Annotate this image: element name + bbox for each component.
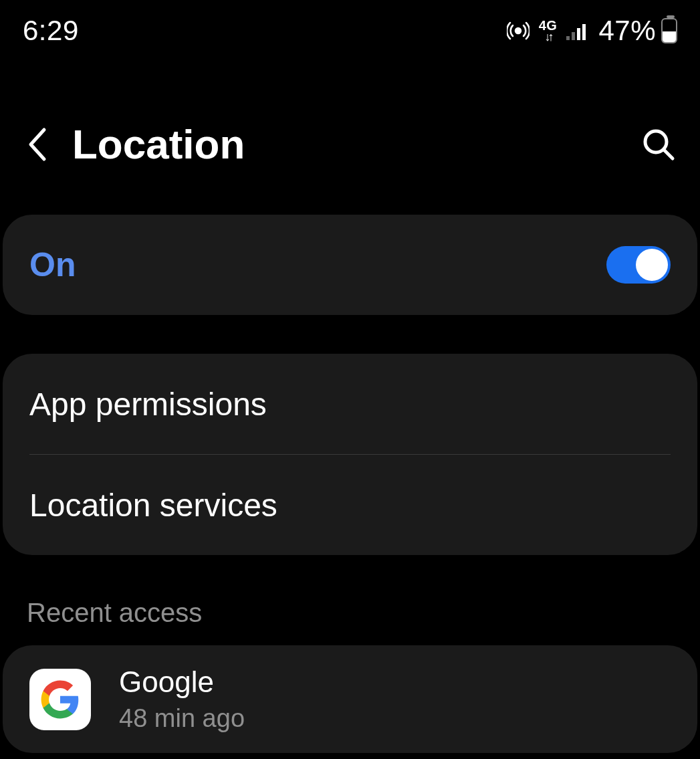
page-header: Location [0, 47, 700, 215]
location-master-toggle-row[interactable]: On [3, 215, 697, 315]
recent-access-heading: Recent access [0, 555, 700, 645]
svg-line-6 [664, 150, 673, 158]
recent-app-name: Google [119, 665, 245, 699]
search-button[interactable] [641, 127, 676, 162]
battery-indicator: 47% [598, 15, 677, 47]
page-title: Location [72, 120, 618, 168]
svg-rect-1 [566, 36, 570, 40]
status-right-cluster: 4G ↓↑ 47% [507, 15, 677, 47]
signal-bars-icon [566, 21, 589, 40]
recent-access-list: Google 48 min ago [3, 645, 697, 753]
list-item-location-services[interactable]: Location services [3, 455, 697, 555]
location-toggle-label: On [29, 245, 606, 284]
svg-rect-3 [577, 28, 580, 40]
location-settings-list: App permissions Location services [3, 354, 697, 555]
svg-rect-4 [582, 24, 586, 40]
chevron-left-icon [24, 126, 49, 163]
recent-app-text: Google 48 min ago [119, 665, 245, 733]
google-app-icon [29, 669, 91, 730]
status-time: 6:29 [23, 15, 79, 47]
toggle-knob [636, 249, 668, 281]
battery-icon [661, 18, 677, 43]
network-4g-icon: 4G ↓↑ [539, 19, 558, 42]
back-button[interactable] [24, 126, 49, 163]
recent-app-row-google[interactable]: Google 48 min ago [3, 645, 697, 753]
location-toggle-switch[interactable] [606, 246, 671, 284]
recent-app-time: 48 min ago [119, 704, 245, 733]
svg-rect-2 [572, 32, 575, 40]
google-g-icon [39, 679, 81, 720]
list-item-label: Location services [29, 487, 671, 524]
battery-percent: 47% [598, 15, 656, 47]
hotspot-icon [507, 19, 530, 42]
search-icon [641, 127, 676, 162]
list-item-label: App permissions [29, 386, 671, 423]
location-master-toggle-card: On [3, 215, 697, 315]
list-item-app-permissions[interactable]: App permissions [3, 354, 697, 454]
svg-point-0 [515, 28, 521, 33]
status-bar: 6:29 4G ↓↑ 47% [0, 0, 700, 47]
